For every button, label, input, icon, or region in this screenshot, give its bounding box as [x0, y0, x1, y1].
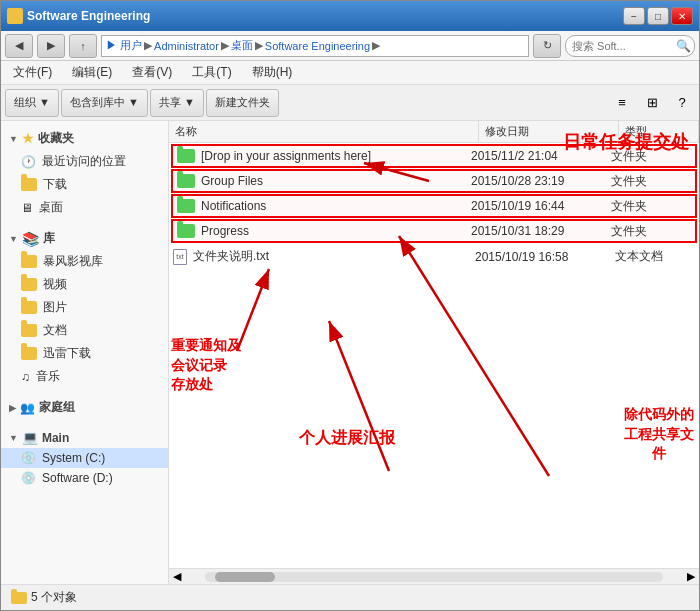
menu-help[interactable]: 帮助(H) — [244, 62, 301, 83]
library-icon: 📚 — [22, 231, 39, 247]
file-date-progress: 2015/10/31 18:29 — [471, 224, 611, 238]
up-button[interactable]: ↑ — [69, 34, 97, 58]
file-type-assignments: 文件夹 — [611, 148, 691, 165]
title-bar: Software Engineering − □ ✕ — [1, 1, 699, 31]
computer-icon: 💻 — [22, 430, 38, 445]
library-header[interactable]: ▼ 📚 库 — [1, 227, 168, 250]
favorites-header[interactable]: ▼ ★ 收藏夹 — [1, 127, 168, 150]
sidebar-item-media[interactable]: 暴风影视库 — [1, 250, 168, 273]
software-drive-label: Software (D:) — [42, 471, 113, 485]
desktop-icon: 🖥 — [21, 201, 33, 215]
include-library-button[interactable]: 包含到库中 ▼ — [61, 89, 148, 117]
sidebar-item-software-drive[interactable]: 💿 Software (D:) — [1, 468, 168, 488]
file-row-notifications[interactable]: Notifications 2015/10/19 16:44 文件夹 — [171, 194, 697, 218]
back-button[interactable]: ◀ — [5, 34, 33, 58]
help-button[interactable]: ? — [669, 90, 695, 116]
organize-button[interactable]: 组织 ▼ — [5, 89, 59, 117]
music-icon: ♫ — [21, 370, 30, 384]
download-label: 下载 — [43, 176, 67, 193]
horizontal-scrollbar[interactable]: ◀ ▶ — [169, 568, 699, 584]
explorer-window: Software Engineering − □ ✕ ◀ ▶ ↑ ▶ 用户 ▶ … — [0, 0, 700, 611]
file-row-groupfiles[interactable]: Group Files 2015/10/28 23:19 文件夹 — [171, 169, 697, 193]
documents-icon — [21, 324, 37, 337]
computer-arrow: ▼ — [9, 433, 18, 443]
search-box[interactable]: 🔍 — [565, 35, 695, 57]
sidebar-item-thunder[interactable]: 迅雷下载 — [1, 342, 168, 365]
folder-icon-progress — [177, 224, 195, 238]
window-title: Software Engineering — [27, 9, 150, 23]
view-list-button[interactable]: ≡ — [609, 90, 635, 116]
sidebar-item-video[interactable]: 视频 — [1, 273, 168, 296]
file-row-progress[interactable]: Progress 2015/10/31 18:29 文件夹 — [171, 219, 697, 243]
desktop-label: 桌面 — [39, 199, 63, 216]
new-folder-label: 新建文件夹 — [215, 95, 270, 110]
hscroll-thumb[interactable] — [215, 572, 275, 582]
maximize-button[interactable]: □ — [647, 7, 669, 25]
share-button[interactable]: 共享 ▼ — [150, 89, 204, 117]
file-row-readme[interactable]: txt 文件夹说明.txt 2015/10/19 16:58 文本文档 — [169, 244, 699, 270]
search-input[interactable] — [572, 40, 672, 52]
sidebar-item-music[interactable]: ♫ 音乐 — [1, 365, 168, 388]
menu-edit[interactable]: 编辑(E) — [64, 62, 120, 83]
library-label: 库 — [43, 230, 55, 247]
system-drive-icon: 💿 — [21, 451, 36, 465]
menu-tools[interactable]: 工具(T) — [184, 62, 239, 83]
hscroll-right[interactable]: ▶ — [683, 570, 699, 583]
status-bar: 5 个对象 — [1, 584, 699, 610]
sidebar-item-download[interactable]: 下载 — [1, 173, 168, 196]
recent-label: 最近访问的位置 — [42, 153, 126, 170]
include-label: 包含到库中 ▼ — [70, 95, 139, 110]
download-folder-icon — [21, 178, 37, 191]
thunder-label: 迅雷下载 — [43, 345, 91, 362]
favorites-arrow: ▼ — [9, 134, 18, 144]
close-button[interactable]: ✕ — [671, 7, 693, 25]
hscroll-track — [205, 572, 663, 582]
media-icon — [21, 255, 37, 268]
library-section: ▼ 📚 库 暴风影视库 视频 图片 文档 — [1, 227, 168, 388]
file-name-readme: txt 文件夹说明.txt — [173, 248, 475, 265]
address-path[interactable]: ▶ 用户 ▶ Administrator ▶ 桌面 ▶ Software Eng… — [101, 35, 529, 57]
homegroup-icon: 👥 — [20, 401, 35, 415]
title-bar-left: Software Engineering — [7, 8, 150, 24]
header-type[interactable]: 类型 — [619, 121, 699, 142]
path-desktop[interactable]: 桌面 — [231, 38, 253, 53]
homegroup-header[interactable]: ▶ 👥 家庭组 — [1, 396, 168, 419]
forward-button[interactable]: ▶ — [37, 34, 65, 58]
toolbar: 组织 ▼ 包含到库中 ▼ 共享 ▼ 新建文件夹 ≡ ⊞ ? — [1, 85, 699, 121]
folder-icon-groupfiles — [177, 174, 195, 188]
file-list: [Drop in your assignments here] 2015/11/… — [169, 143, 699, 568]
header-name[interactable]: 名称 — [169, 121, 479, 142]
sidebar-item-desktop[interactable]: 🖥 桌面 — [1, 196, 168, 219]
main-area: ▼ ★ 收藏夹 🕐 最近访问的位置 下载 🖥 桌面 — [1, 121, 699, 584]
share-label: 共享 ▼ — [159, 95, 195, 110]
library-arrow: ▼ — [9, 234, 18, 244]
new-folder-button[interactable]: 新建文件夹 — [206, 89, 279, 117]
sidebar-item-documents[interactable]: 文档 — [1, 319, 168, 342]
file-name-groupfiles: Group Files — [177, 174, 471, 188]
documents-label: 文档 — [43, 322, 67, 339]
file-date-assignments: 2015/11/2 21:04 — [471, 149, 611, 163]
path-administrator[interactable]: Administrator — [154, 40, 219, 52]
favorites-label: 收藏夹 — [38, 130, 74, 147]
sidebar-item-recent[interactable]: 🕐 最近访问的位置 — [1, 150, 168, 173]
homegroup-arrow: ▶ — [9, 403, 16, 413]
path-current[interactable]: Software Engineering — [265, 40, 370, 52]
file-date-readme: 2015/10/19 16:58 — [475, 250, 615, 264]
menu-view[interactable]: 查看(V) — [124, 62, 180, 83]
minimize-button[interactable]: − — [623, 7, 645, 25]
path-users[interactable]: ▶ 用户 — [106, 38, 142, 53]
view-details-button[interactable]: ⊞ — [639, 90, 665, 116]
window-icon — [7, 8, 23, 24]
sidebar-item-system-drive[interactable]: 💿 System (C:) — [1, 448, 168, 468]
sidebar-item-pictures[interactable]: 图片 — [1, 296, 168, 319]
computer-header[interactable]: ▼ 💻 Main — [1, 427, 168, 448]
refresh-button[interactable]: ↻ — [533, 34, 561, 58]
thunder-icon — [21, 347, 37, 360]
file-row-assignments[interactable]: [Drop in your assignments here] 2015/11/… — [171, 144, 697, 168]
address-bar: ◀ ▶ ↑ ▶ 用户 ▶ Administrator ▶ 桌面 ▶ Softwa… — [1, 31, 699, 61]
header-modified[interactable]: 修改日期 — [479, 121, 619, 142]
hscroll-left[interactable]: ◀ — [169, 570, 185, 583]
menu-file[interactable]: 文件(F) — [5, 62, 60, 83]
search-icon: 🔍 — [676, 39, 691, 53]
video-icon — [21, 278, 37, 291]
